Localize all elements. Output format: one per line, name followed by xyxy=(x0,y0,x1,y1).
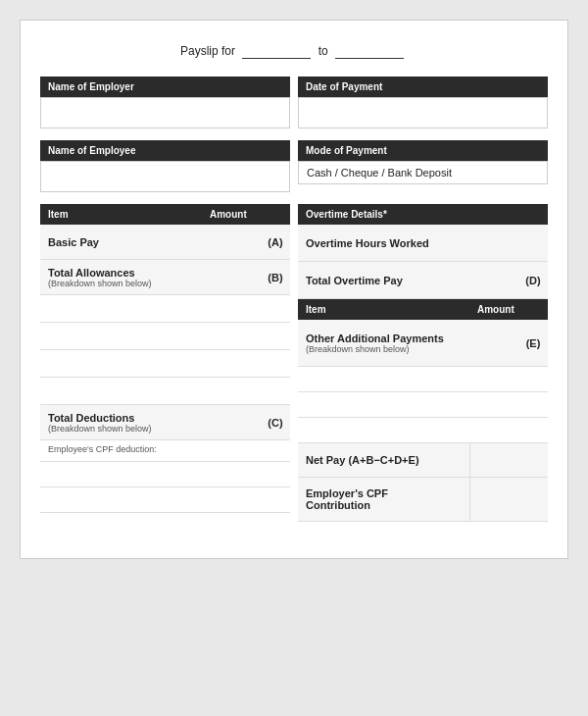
basic-pay-tag: (A) xyxy=(261,236,290,248)
basic-pay-value[interactable] xyxy=(172,237,261,247)
ot-pay-label: Total Overtime Pay xyxy=(298,270,460,291)
employer-header: Name of Employer xyxy=(40,77,290,97)
allowances-label: Total Allowances xyxy=(48,267,165,279)
deductions-tag: (C) xyxy=(261,417,290,429)
col-amount-header: Amount xyxy=(202,209,290,220)
ap-header: Item Amount xyxy=(298,299,548,320)
ot-pay-row: Total Overtime Pay (D) xyxy=(298,262,548,299)
ap-blank-1 xyxy=(298,367,548,392)
cpf-label-row: Employee's CPF deduction: xyxy=(40,440,290,462)
net-pay-row: Net Pay (A+B−C+D+E) xyxy=(298,443,548,478)
ap-amount-header: Amount xyxy=(469,304,548,315)
left-column: Item Amount Basic Pay (A) Total Allowanc… xyxy=(40,204,290,538)
employee-row: Name of Employee Mode of Payment Cash / … xyxy=(40,140,548,192)
ot-pay-tag: (D) xyxy=(518,275,548,286)
allowance-blank-2 xyxy=(40,323,290,350)
ot-hours-label: Overtime Hours Worked xyxy=(298,232,460,254)
total-allowances-row: Total Allowances (Breakdown shown below)… xyxy=(40,260,290,295)
date-header: Date of Payment xyxy=(298,77,548,97)
payslip-prefix: Payslip for xyxy=(180,44,235,58)
right-column: Overtime Details* Overtime Hours Worked … xyxy=(298,204,548,538)
date-payment-box: Date of Payment xyxy=(298,77,548,128)
date-field[interactable] xyxy=(298,97,548,128)
left-blank-2 xyxy=(40,487,290,513)
ot-hours-row: Overtime Hours Worked xyxy=(298,225,548,262)
deductions-label: Total Deductions xyxy=(48,412,165,424)
ap-sub: (Breakdown shown below) xyxy=(306,344,462,354)
left-table-header: Item Amount xyxy=(40,204,290,225)
ap-blank-2 xyxy=(298,392,548,418)
top-info-row: Name of Employer Date of Payment xyxy=(40,77,548,128)
payment-mode-field: Cash / Cheque / Bank Deposit xyxy=(298,161,548,184)
col-item-header: Item xyxy=(40,209,202,220)
title-row: Payslip for to xyxy=(40,44,548,59)
employer-field[interactable] xyxy=(40,97,290,128)
deductions-sub: (Breakdown shown below) xyxy=(48,424,165,434)
net-pay-value[interactable] xyxy=(469,443,548,477)
ap-blank-3 xyxy=(298,418,548,443)
employer-cpf-label: Employer's CPF Contribution xyxy=(298,483,469,516)
payment-mode-header: Mode of Payment xyxy=(298,140,548,161)
net-pay-label: Net Pay (A+B−C+D+E) xyxy=(298,449,469,471)
allowance-blank-4 xyxy=(40,378,290,405)
left-blank-1 xyxy=(40,462,290,487)
deductions-value[interactable] xyxy=(172,418,261,428)
main-layout: Item Amount Basic Pay (A) Total Allowanc… xyxy=(40,204,548,538)
total-deductions-row: Total Deductions (Breakdown shown below)… xyxy=(40,405,290,440)
ap-row: Other Additional Payments (Breakdown sho… xyxy=(298,320,548,367)
allowances-value[interactable] xyxy=(172,273,261,282)
payment-mode-box-outer: Mode of Payment Cash / Cheque / Bank Dep… xyxy=(298,140,548,192)
basic-pay-label: Basic Pay xyxy=(48,236,165,248)
employer-cpf-row: Employer's CPF Contribution xyxy=(298,478,548,522)
ap-item-header: Item xyxy=(298,304,469,315)
employer-box: Name of Employer xyxy=(40,77,290,128)
ot-header: Overtime Details* xyxy=(298,204,548,225)
employee-header: Name of Employee xyxy=(40,140,290,161)
employer-cpf-value[interactable] xyxy=(469,478,548,521)
allowance-blank-3 xyxy=(40,350,290,378)
allowances-sub: (Breakdown shown below) xyxy=(48,279,165,288)
to-label: to xyxy=(318,44,328,58)
ap-label: Other Additional Payments xyxy=(306,332,462,344)
allowances-tag: (B) xyxy=(261,272,290,283)
basic-pay-row: Basic Pay (A) xyxy=(40,225,290,260)
employee-box: Name of Employee xyxy=(40,140,290,192)
left-blank-3 xyxy=(40,513,290,538)
ap-tag: (E) xyxy=(518,337,548,349)
payslip-page: Payslip for to Name of Employer Date of … xyxy=(20,20,568,559)
employee-field[interactable] xyxy=(40,161,290,192)
allowance-blank-1 xyxy=(40,295,290,323)
